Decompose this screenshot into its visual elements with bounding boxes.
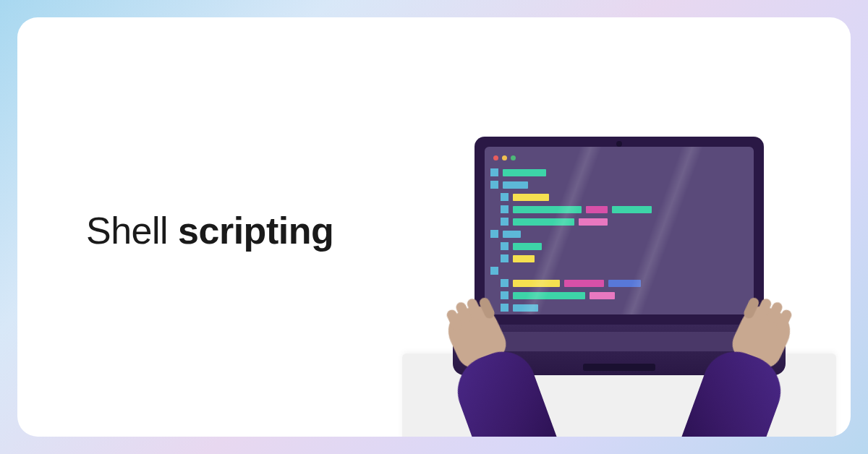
line-marker-icon xyxy=(501,193,509,201)
maximize-icon xyxy=(511,155,516,160)
line-marker-icon xyxy=(490,267,498,275)
hero-card: Shell scripting xyxy=(17,17,851,437)
line-marker-icon xyxy=(490,230,498,238)
code-token xyxy=(503,231,521,238)
window-titlebar xyxy=(490,153,748,163)
code-line xyxy=(490,193,748,201)
line-marker-icon xyxy=(490,168,498,176)
code-token xyxy=(513,194,549,201)
laptop-screen-bezel xyxy=(475,137,764,325)
code-token xyxy=(513,243,542,250)
code-token xyxy=(612,206,652,213)
line-marker-icon xyxy=(501,304,509,312)
line-marker-icon xyxy=(501,242,509,250)
laptop-illustration xyxy=(431,129,807,437)
line-marker-icon xyxy=(501,291,509,299)
code-token xyxy=(513,292,585,299)
code-token xyxy=(564,280,604,287)
code-line xyxy=(490,205,748,213)
gradient-frame: Shell scripting xyxy=(0,0,868,454)
line-marker-icon xyxy=(490,181,498,189)
code-token xyxy=(503,169,546,176)
trackpad xyxy=(583,364,655,371)
code-line xyxy=(490,181,748,189)
code-line xyxy=(490,242,748,250)
line-marker-icon xyxy=(501,218,509,226)
code-token xyxy=(513,255,535,262)
line-marker-icon xyxy=(501,279,509,287)
code-editor-window xyxy=(485,147,754,314)
code-token xyxy=(579,218,608,226)
line-marker-icon xyxy=(501,254,509,262)
code-line xyxy=(490,267,748,275)
title-word-1: Shell xyxy=(86,210,168,252)
close-icon xyxy=(493,155,498,160)
code-line xyxy=(490,254,748,262)
hero-title: Shell scripting xyxy=(86,209,333,252)
line-marker-icon xyxy=(501,205,509,213)
title-word-2: scripting xyxy=(178,210,333,252)
webcam-icon xyxy=(616,141,622,147)
code-line xyxy=(490,218,748,226)
code-token xyxy=(586,206,608,213)
code-line xyxy=(490,230,748,238)
code-token xyxy=(503,181,528,189)
minimize-icon xyxy=(502,155,507,160)
code-line xyxy=(490,168,748,176)
keyboard xyxy=(492,332,746,351)
code-token xyxy=(590,292,615,299)
